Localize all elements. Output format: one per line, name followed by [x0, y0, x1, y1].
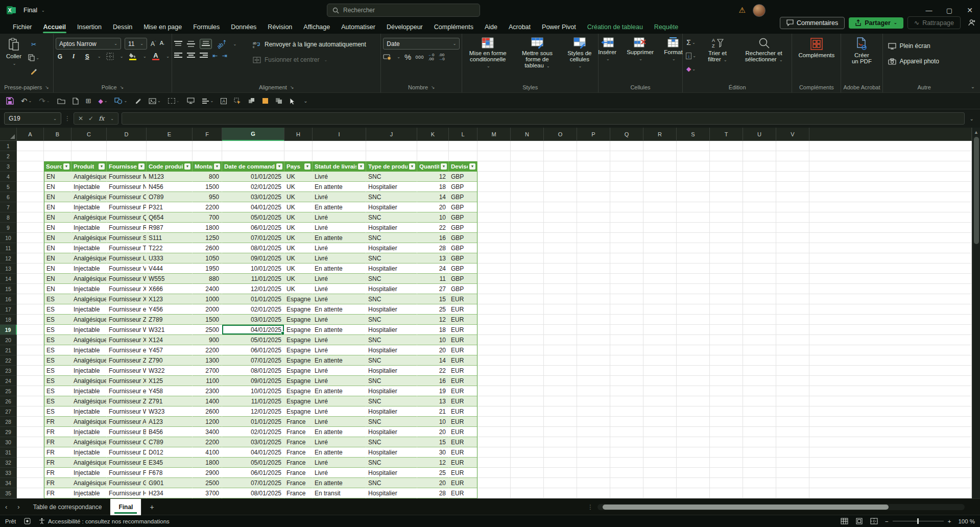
row-header-20[interactable]: 20 — [0, 335, 17, 345]
row-header-4[interactable]: 4 — [0, 172, 17, 182]
cell[interactable]: Hospitalier — [366, 427, 417, 437]
row-header-23[interactable]: 23 — [0, 366, 17, 376]
cell[interactable] — [313, 141, 366, 151]
cell[interactable]: 02/01/2025 — [222, 304, 284, 315]
cell[interactable]: 09/01/2025 — [222, 253, 284, 264]
cell[interactable]: ES — [44, 345, 71, 355]
cell[interactable] — [17, 417, 44, 427]
cell[interactable]: Injectable — [71, 406, 107, 417]
column-header-J[interactable]: J — [366, 128, 417, 141]
cell[interactable]: EUR — [449, 376, 477, 386]
cell[interactable]: France — [284, 488, 313, 498]
cell[interactable] — [743, 325, 776, 335]
cell[interactable] — [477, 243, 511, 253]
row-header-35[interactable]: 35 — [0, 488, 17, 498]
cell[interactable]: C789 — [147, 437, 193, 447]
thousands-format-icon[interactable]: 000 — [415, 55, 424, 60]
cell[interactable]: UK — [284, 172, 313, 182]
cell[interactable] — [577, 376, 610, 386]
cell[interactable]: ES — [44, 315, 71, 325]
cell[interactable] — [809, 253, 972, 264]
cell[interactable]: 16 — [417, 376, 449, 386]
normal-view-icon[interactable] — [841, 518, 848, 524]
orange-square-icon[interactable] — [262, 98, 268, 104]
cell[interactable]: ES — [44, 294, 71, 304]
row-header-10[interactable]: 10 — [0, 233, 17, 243]
cell[interactable] — [776, 274, 809, 284]
row-header-22[interactable]: 22 — [0, 355, 17, 366]
cell[interactable] — [477, 376, 511, 386]
cell[interactable]: U333 — [147, 253, 193, 264]
decrease-decimal-icon[interactable]: .00→0 — [438, 53, 444, 61]
cell[interactable] — [776, 161, 809, 172]
merge-center-button[interactable]: Fusionner et centrer⌄ — [253, 54, 378, 66]
row-header-32[interactable]: 32 — [0, 458, 17, 468]
cell[interactable] — [610, 366, 643, 376]
cell[interactable]: 03/01/2025 — [222, 437, 284, 447]
cell[interactable] — [643, 447, 677, 458]
cell[interactable]: EN — [44, 243, 71, 253]
row-header-11[interactable]: 11 — [0, 243, 17, 253]
cell[interactable]: EUR — [449, 488, 477, 498]
cell[interactable]: 2200 — [193, 437, 222, 447]
cell[interactable]: W323 — [147, 406, 193, 417]
scroll-up-icon[interactable]: ▲ — [974, 128, 978, 137]
cell[interactable]: 20 — [417, 202, 449, 212]
cell[interactable] — [776, 447, 809, 458]
cell[interactable] — [710, 325, 743, 335]
cell[interactable] — [643, 192, 677, 202]
cell[interactable] — [222, 141, 284, 151]
cell[interactable]: Fournisseur et — [107, 304, 147, 315]
cell[interactable]: Fournisseur P — [107, 202, 147, 212]
cell[interactable]: 2700 — [193, 366, 222, 376]
cell[interactable]: EUR — [449, 406, 477, 417]
cell[interactable]: H234 — [147, 488, 193, 498]
cell[interactable] — [809, 243, 972, 253]
accessibility-status[interactable]: Accessibilité : consultez nos recommanda… — [39, 518, 170, 524]
cell[interactable] — [643, 202, 677, 212]
cell[interactable] — [643, 427, 677, 437]
cell[interactable] — [544, 161, 577, 172]
row-header-16[interactable]: 16 — [0, 294, 17, 304]
cell[interactable] — [511, 447, 544, 458]
cell[interactable] — [610, 161, 643, 172]
row-header-17[interactable]: 17 — [0, 304, 17, 315]
cell[interactable] — [17, 304, 44, 315]
cell[interactable] — [776, 366, 809, 376]
cell[interactable] — [677, 488, 710, 498]
cell[interactable] — [743, 294, 776, 304]
menu-tab-mise-en-page[interactable]: Mise en page — [138, 21, 187, 33]
cell[interactable]: Hospitalier — [366, 223, 417, 233]
currency-format-icon[interactable] — [383, 54, 392, 60]
cell[interactable] — [710, 274, 743, 284]
cell[interactable]: Z789 — [147, 315, 193, 325]
cell[interactable]: UK — [284, 243, 313, 253]
cell[interactable] — [577, 274, 610, 284]
cell[interactable] — [577, 212, 610, 223]
cell[interactable]: Fournisseur X — [107, 294, 147, 304]
cell[interactable]: F678 — [147, 468, 193, 478]
cell[interactable] — [511, 406, 544, 417]
page-layout-view-icon[interactable] — [855, 518, 863, 524]
zoom-slider[interactable]: − + — [885, 518, 951, 524]
cell[interactable] — [544, 417, 577, 427]
cell[interactable]: Fournisseur W — [107, 366, 147, 376]
underline-button[interactable]: S — [83, 53, 91, 60]
cell[interactable]: X123 — [147, 294, 193, 304]
cell[interactable] — [577, 223, 610, 233]
cell[interactable] — [677, 223, 710, 233]
cell[interactable]: Hospitalier — [366, 284, 417, 294]
cell[interactable] — [511, 376, 544, 386]
align-list-icon[interactable]: ⌄ — [202, 98, 214, 104]
cell[interactable]: T222 — [147, 243, 193, 253]
column-header-B[interactable]: B — [44, 128, 71, 141]
row-header-5[interactable]: 5 — [0, 182, 17, 192]
menu-tab-acrobat[interactable]: Acrobat — [503, 21, 536, 33]
new-icon[interactable] — [73, 98, 79, 105]
cell[interactable] — [449, 141, 477, 151]
cell[interactable] — [17, 161, 44, 172]
cell[interactable] — [417, 151, 449, 161]
cell[interactable] — [643, 304, 677, 315]
cell[interactable]: Injectable — [71, 243, 107, 253]
cell[interactable] — [17, 458, 44, 468]
